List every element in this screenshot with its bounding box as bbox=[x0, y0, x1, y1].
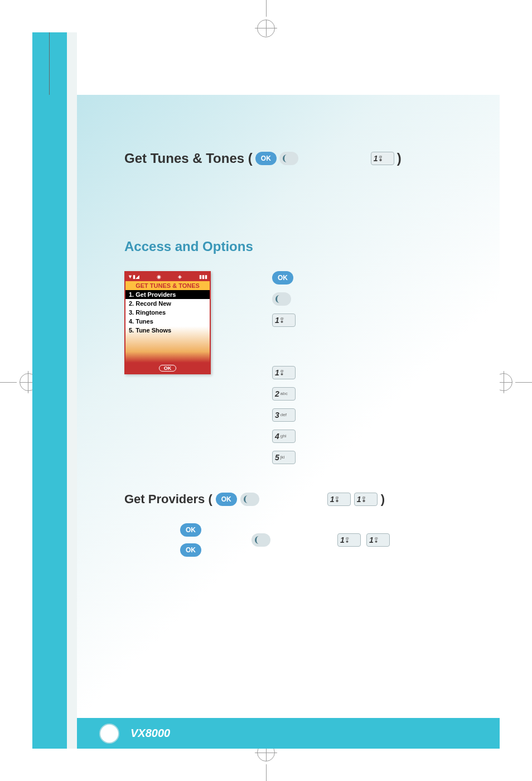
battery-icon: ▮▮▮ bbox=[199, 274, 207, 279]
phone-menu-item: 5. Tune Shows bbox=[125, 326, 210, 335]
ok-button-icon: OK bbox=[180, 543, 201, 557]
footer-model-label: VX8000 bbox=[130, 727, 170, 740]
key-4-icon: 4ghi bbox=[272, 430, 296, 443]
ok-button-icon: OK bbox=[255, 152, 277, 165]
crop-mark-right bbox=[501, 371, 532, 393]
key-sequence-column: OK 1@✱ 1@✱ 2abc 3def 4ghi 5jkl bbox=[272, 271, 296, 464]
phone-ok-softkey: OK bbox=[159, 365, 177, 372]
phone-softkey-bar: OK bbox=[125, 363, 210, 373]
camera-icon: ◉ bbox=[157, 274, 161, 279]
phone-screen-title: GET TUNES & TONES bbox=[125, 281, 210, 290]
key-2-icon: 2abc bbox=[272, 387, 296, 401]
diamond-icon: ◈ bbox=[178, 274, 182, 279]
left-softkey-icon bbox=[272, 292, 291, 306]
screen-key-row: ▼▮◢ ◉ ◈ ▮▮▮ GET TUNES & TONES 1. Get Pro… bbox=[124, 271, 472, 464]
footer-circle-icon bbox=[99, 724, 119, 744]
key-5-icon: 5jkl bbox=[272, 451, 296, 464]
subheading-suffix: ) bbox=[381, 492, 385, 507]
heading-text-prefix: Get Tunes & Tones ( bbox=[124, 151, 253, 166]
ok-button-icon: OK bbox=[272, 271, 293, 285]
access-options-heading: Access and Options bbox=[124, 239, 472, 254]
sidebar-edge bbox=[67, 32, 77, 749]
key-1-icon: 1@✱ bbox=[366, 533, 390, 547]
phone-menu-item: 1. Get Providers bbox=[125, 290, 210, 299]
crop-mark-top bbox=[255, 0, 277, 31]
ok-button-icon: OK bbox=[216, 493, 237, 506]
crop-mark-left bbox=[0, 371, 31, 393]
phone-status-bar: ▼▮◢ ◉ ◈ ▮▮▮ bbox=[125, 272, 210, 281]
phone-menu-list: 1. Get Providers 2. Record New 3. Ringto… bbox=[125, 290, 210, 363]
ok-button-icon: OK bbox=[180, 523, 201, 537]
vline-mark bbox=[49, 32, 50, 95]
section-heading-providers: Get Providers ( OK 1@✱ 1@✱ ) bbox=[124, 492, 472, 507]
phone-menu-item: 4. Tunes bbox=[125, 317, 210, 326]
key-1-icon: 1@✱ bbox=[272, 366, 296, 379]
phone-menu-item: 2. Record New bbox=[125, 299, 210, 308]
key-1-icon: 1@✱ bbox=[272, 314, 296, 327]
content-area: Get Tunes & Tones ( OK 1 @✱ ) Access and… bbox=[77, 95, 500, 718]
sidebar-strip bbox=[32, 32, 67, 749]
key-3-icon: 3def bbox=[272, 408, 296, 422]
key-1-icon: 1 @✱ bbox=[371, 152, 394, 165]
heading-text-suffix: ) bbox=[397, 151, 402, 166]
section-heading-tunes: Get Tunes & Tones ( OK 1 @✱ ) bbox=[124, 151, 472, 166]
phone-screen-mockup: ▼▮◢ ◉ ◈ ▮▮▮ GET TUNES & TONES 1. Get Pro… bbox=[124, 271, 211, 374]
page: Get Tunes & Tones ( OK 1 @✱ ) Access and… bbox=[32, 32, 500, 749]
left-softkey-icon bbox=[240, 493, 259, 506]
signal-icon: ▼▮◢ bbox=[128, 274, 139, 279]
subheading-prefix: Get Providers ( bbox=[124, 492, 212, 507]
key-1-icon: 1@✱ bbox=[354, 493, 378, 506]
key-1-icon: 1@✱ bbox=[327, 493, 351, 506]
left-softkey-icon bbox=[279, 152, 298, 165]
left-softkey-icon bbox=[252, 533, 270, 547]
instruction-sequence: OK OK 1@✱ 1@✱ bbox=[180, 523, 472, 557]
crop-mark-bottom bbox=[255, 750, 277, 781]
phone-menu-item: 3. Ringtones bbox=[125, 308, 210, 317]
page-footer: VX8000 bbox=[77, 718, 500, 749]
key-1-icon: 1@✱ bbox=[337, 533, 361, 547]
